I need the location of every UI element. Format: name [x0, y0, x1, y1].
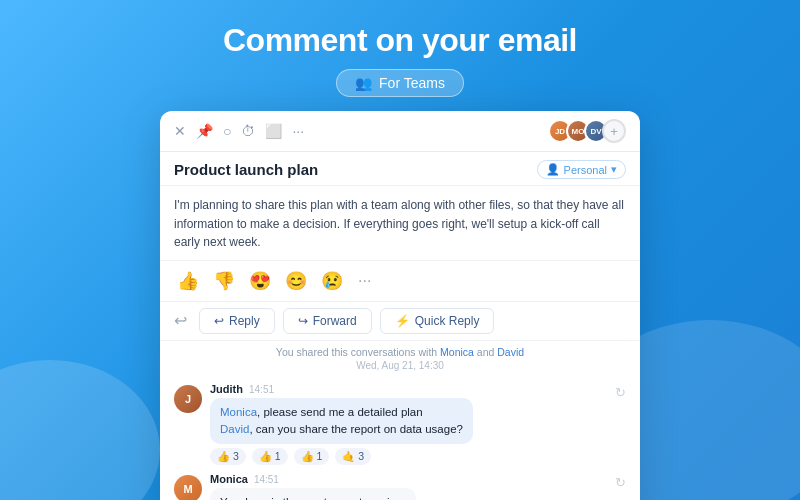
monica-text: Yes, here is the most recent version.: [220, 496, 406, 500]
chat-bubble-monica: Yes, here is the most recent version.: [210, 488, 416, 500]
chat-name-judith: Judith: [210, 383, 243, 395]
avatar-add[interactable]: +: [602, 119, 626, 143]
clock-icon[interactable]: ⏱: [241, 123, 255, 139]
forward-label: Forward: [313, 314, 357, 328]
subject-text: Product launch plan: [174, 161, 318, 178]
close-icon[interactable]: ✕: [174, 123, 186, 139]
reaction-pill-3[interactable]: 👍 1: [294, 448, 330, 465]
avatar-monica: M: [174, 475, 202, 500]
text-2: , can you share the report on data usage…: [249, 423, 463, 435]
reaction-more[interactable]: ···: [354, 270, 375, 292]
avatar-judith: J: [174, 385, 202, 413]
chat-message-monica: M Monica 14:51 Yes, here is the most rec…: [160, 469, 640, 500]
reply-label: Reply: [229, 314, 260, 328]
reply-icon: ↩: [214, 314, 224, 328]
reply-button[interactable]: ↩ Reply: [199, 308, 275, 334]
chat-content-monica: Monica 14:51 Yes, here is the most recen…: [210, 473, 607, 500]
chat-time-judith: 14:51: [249, 384, 274, 395]
mention-monica: Monica: [220, 406, 257, 418]
chat-message-judith: J Judith 14:51 Monica, please send me a …: [160, 379, 640, 470]
titlebar: ✕ 📌 ○ ⏱ ⬜ ··· JD MO DV +: [160, 111, 640, 152]
quick-reply-label: Quick Reply: [415, 314, 480, 328]
chat-content-judith: Judith 14:51 Monica, please send me a de…: [210, 383, 607, 466]
personal-icon: 👤: [546, 163, 560, 176]
chat-reactions-judith: 👍 3 👍 1 👍 1 🤙 3: [210, 448, 607, 465]
chat-area: J Judith 14:51 Monica, please send me a …: [160, 375, 640, 500]
pin-icon[interactable]: 📌: [196, 123, 213, 139]
more-icon[interactable]: ···: [292, 123, 304, 139]
avatar-group: JD MO DV +: [548, 119, 626, 143]
reaction-pill-1[interactable]: 👍 3: [210, 448, 246, 465]
reaction-thumbsup[interactable]: 👍: [174, 268, 202, 294]
reaction-sad[interactable]: 😢: [318, 268, 346, 294]
mention-david: David: [220, 423, 249, 435]
personal-badge[interactable]: 👤 Personal ▾: [537, 160, 626, 179]
reaction-heart-eyes[interactable]: 😍: [246, 268, 274, 294]
reaction-pill-2[interactable]: 👍 1: [252, 448, 288, 465]
email-subject: Product launch plan 👤 Personal ▾: [160, 152, 640, 186]
chat-meta-monica: Monica 14:51: [210, 473, 607, 485]
window-icon[interactable]: ⬜: [265, 123, 282, 139]
header: Comment on your email 👥 For Teams: [0, 0, 800, 111]
badge-label: For Teams: [379, 75, 445, 91]
chat-meta-judith: Judith 14:51: [210, 383, 607, 395]
text-1: , please send me a detailed plan: [257, 406, 423, 418]
quick-reply-icon: ⚡: [395, 314, 410, 328]
reaction-pill-4[interactable]: 🤙 3: [335, 448, 371, 465]
email-body: I'm planning to share this plan with a t…: [160, 186, 640, 261]
page-title: Comment on your email: [0, 22, 800, 59]
forward-button[interactable]: ↪ Forward: [283, 308, 372, 334]
chevron-icon: ▾: [611, 163, 617, 176]
shared-david: David: [497, 346, 524, 358]
chat-bubble-judith: Monica, please send me a detailed plan D…: [210, 398, 473, 445]
for-teams-badge: 👥 For Teams: [336, 69, 464, 97]
forward-icon: ↪: [298, 314, 308, 328]
reaction-smile[interactable]: 😊: [282, 268, 310, 294]
circle-icon[interactable]: ○: [223, 123, 231, 139]
shared-monica: Monica: [440, 346, 474, 358]
teams-icon: 👥: [355, 75, 372, 91]
personal-label: Personal: [564, 164, 607, 176]
shared-notice: You shared this conversations with Monic…: [160, 341, 640, 360]
chat-name-monica: Monica: [210, 473, 248, 485]
email-window: ✕ 📌 ○ ⏱ ⬜ ··· JD MO DV + Product launch …: [160, 111, 640, 500]
reaction-bar: 👍 👎 😍 😊 😢 ···: [160, 261, 640, 302]
chat-time-monica: 14:51: [254, 474, 279, 485]
email-body-text: I'm planning to share this plan with a t…: [174, 196, 626, 252]
quick-reply-button[interactable]: ⚡ Quick Reply: [380, 308, 495, 334]
action-bar: ↩ ↩ Reply ↪ Forward ⚡ Quick Reply: [160, 302, 640, 341]
titlebar-icons: ✕ 📌 ○ ⏱ ⬜ ···: [174, 123, 304, 139]
undo-icon[interactable]: ↩: [174, 311, 187, 330]
reaction-thumbsdown[interactable]: 👎: [210, 268, 238, 294]
bg-cloud-left: [0, 360, 160, 500]
shared-date: Wed, Aug 21, 14:30: [160, 360, 640, 371]
